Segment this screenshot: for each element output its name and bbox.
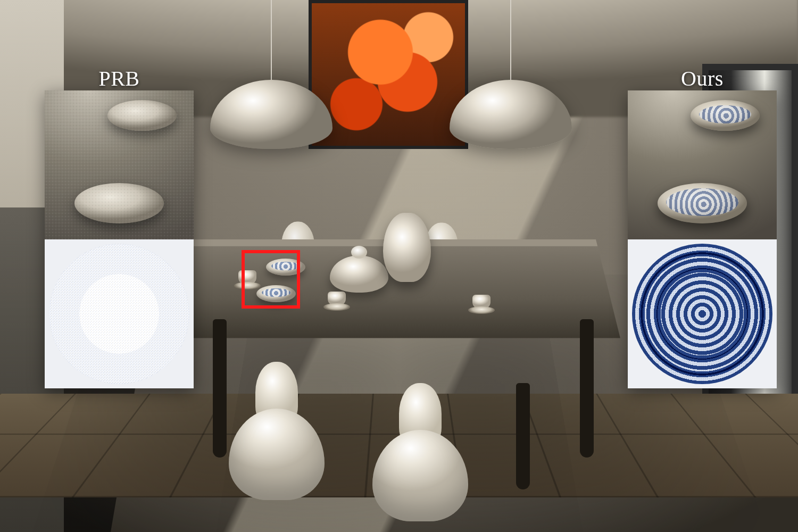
inset-right: Ours: [628, 90, 777, 388]
inset-left-texture: [45, 239, 194, 388]
inset-left-render-crop: [45, 90, 194, 239]
chair-seat: [229, 409, 325, 500]
wall-painting-maple: [309, 0, 468, 149]
lamp-cord: [271, 0, 272, 85]
cup-right: [468, 295, 495, 314]
bowl-small: [266, 259, 305, 276]
recovered-texture-plate: [49, 244, 189, 384]
jug: [383, 213, 431, 282]
table-leg: [213, 319, 227, 458]
inset-right-label: Ours: [628, 66, 777, 91]
cup-saucer: [234, 270, 261, 289]
inset-left: PRB: [45, 90, 194, 388]
inset-left-label: PRB: [45, 66, 194, 91]
inset-right-render-crop: [628, 90, 777, 239]
crop-bowl: [107, 100, 177, 131]
crop-bowl: [658, 183, 747, 223]
chair-front-right: [372, 383, 468, 521]
bowl-front: [256, 285, 296, 302]
lamp-cord: [510, 0, 511, 85]
recovered-texture-plate: [632, 244, 772, 384]
figure-root: PRB Ours: [0, 0, 798, 532]
chair-front-left: [229, 362, 325, 500]
table-leg: [580, 319, 594, 458]
crop-bowl: [691, 100, 760, 131]
table-leg: [516, 383, 530, 489]
cup-mid: [323, 292, 350, 311]
crop-bowl: [74, 183, 164, 223]
inset-right-texture: [628, 239, 777, 388]
chair-seat: [372, 430, 468, 521]
